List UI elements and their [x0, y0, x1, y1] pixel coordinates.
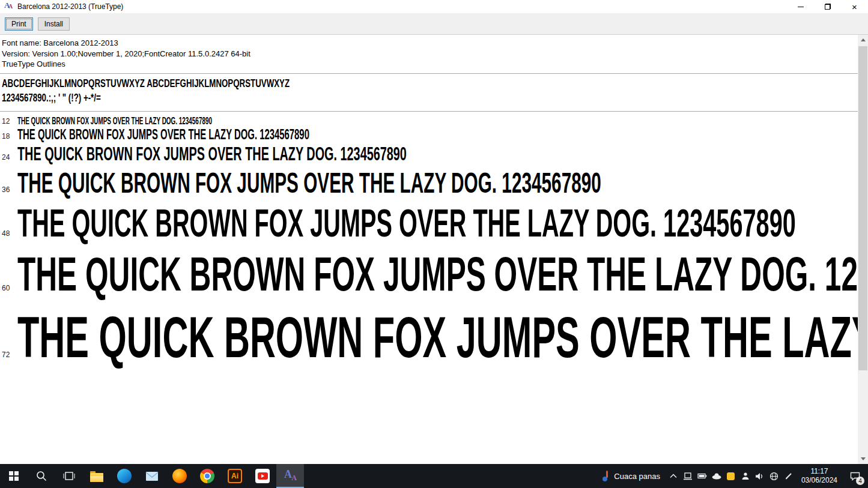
sample-text: THE QUICK BROWN FOX JUMPS OVER THE LAZY … [17, 116, 212, 127]
start-button[interactable] [0, 464, 28, 488]
clock-date: 03/06/2024 [801, 476, 837, 485]
firefox-icon [172, 469, 187, 483]
tray-network-button[interactable] [767, 464, 782, 488]
taskbar-right: Cuaca panas [596, 464, 868, 488]
edge-icon [117, 469, 132, 483]
sample-row-72: 72 THE QUICK BROWN FOX JUMPS OVER THE LA… [2, 306, 858, 369]
clock-time: 11:17 [810, 467, 828, 476]
sample-text: THE QUICK BROWN FOX JUMPS OVER THE LAZY … [17, 202, 796, 244]
font-version-line: Version: Version 1.00;November 1, 2020;F… [2, 49, 858, 59]
battery-icon [697, 473, 707, 479]
toolbar: Print Install [0, 13, 868, 35]
size-samples: 12 THE QUICK BROWN FOX JUMPS OVER THE LA… [2, 112, 858, 369]
titlebar: AA Barcelona 2012-2013 (TrueType) × [0, 0, 868, 13]
show-hidden-icons-button[interactable] [666, 464, 681, 488]
notification-badge: 4 [856, 477, 864, 485]
tray-laptop-icon[interactable] [681, 464, 695, 488]
volume-icon [755, 472, 764, 480]
taskbar-app-firefox[interactable] [166, 464, 193, 488]
weather-label: Cuaca panas [614, 472, 660, 481]
tray-volume-button[interactable] [753, 464, 767, 488]
cloud-icon [711, 472, 722, 480]
tray-cloud-icon[interactable] [709, 464, 724, 488]
task-view-button[interactable] [55, 464, 83, 488]
minimize-button[interactable] [787, 0, 814, 13]
window-controls: × [787, 0, 868, 13]
taskbar-app-illustrator[interactable]: Ai [221, 464, 249, 488]
tray-battery-icon[interactable] [695, 464, 709, 488]
scroll-up-icon [861, 38, 866, 41]
install-button[interactable]: Install [38, 17, 70, 31]
windows-ink-pen-icon [785, 472, 793, 480]
close-button[interactable]: × [841, 0, 868, 13]
mail-icon [145, 471, 159, 481]
print-button[interactable]: Print [5, 17, 33, 31]
font-file-icon: AA [4, 2, 14, 11]
task-view-icon [63, 471, 75, 481]
restore-button[interactable] [814, 0, 841, 13]
close-icon: × [852, 2, 857, 11]
sample-row-36: 36 THE QUICK BROWN FOX JUMPS OVER THE LA… [2, 167, 858, 199]
illustrator-icon: Ai [228, 469, 242, 483]
vertical-scrollbar[interactable] [858, 35, 868, 464]
taskbar-clock[interactable]: 11:17 03/06/2024 [796, 464, 843, 488]
charset-uppercase: ABCDEFGHIJKLMNOPQRSTUVWXYZ ABCDEFGHIJKLM… [2, 76, 290, 91]
taskbar: Ai AA Cuaca panas [0, 464, 868, 488]
sample-size-label: 36 [2, 185, 17, 194]
sample-row-60: 60 THE QUICK BROWN FOX JUMPS OVER THE LA… [2, 248, 858, 301]
sample-row-18: 18 THE QUICK BROWN FOX JUMPS OVER THE LA… [2, 127, 858, 142]
scroll-down-icon [861, 457, 866, 460]
taskbar-app-edge[interactable] [111, 464, 138, 488]
charset-symbols: 1234567890.:,; ' " (!?) +-*/= [2, 91, 101, 105]
taskbar-app-mail[interactable] [138, 464, 166, 488]
scroll-down-button[interactable] [858, 454, 868, 464]
weather-widget[interactable]: Cuaca panas [596, 464, 666, 488]
sample-text: THE QUICK BROWN FOX JUMPS OVER THE LAZY … [17, 143, 407, 164]
thermometer-icon [602, 471, 610, 481]
sample-row-12: 12 THE QUICK BROWN FOX JUMPS OVER THE LA… [2, 116, 858, 127]
font-viewer-window: AA Barcelona 2012-2013 (TrueType) × Prin… [0, 0, 868, 488]
chevron-up-icon [670, 474, 677, 478]
taskbar-app-youtube[interactable] [249, 464, 276, 488]
sample-text: THE QUICK BROWN FOX JUMPS OVER THE LAZY … [17, 248, 858, 301]
font-outline-line: TrueType Outlines [2, 59, 858, 70]
tray-pen-button[interactable] [782, 464, 796, 488]
sample-size-label: 18 [2, 132, 17, 140]
minimize-icon [798, 7, 804, 7]
sample-text: THE QUICK BROWN FOX JUMPS OVER THE LAZY … [17, 306, 858, 369]
taskbar-app-file-explorer[interactable] [83, 464, 111, 488]
windows-logo-icon [9, 471, 19, 481]
font-name-line: Font name: Barcelona 2012-2013 [2, 38, 858, 49]
scroll-up-button[interactable] [858, 35, 868, 45]
sample-size-label: 24 [2, 153, 17, 161]
search-icon [35, 470, 47, 482]
font-viewer-icon: AA [283, 468, 297, 483]
sample-row-48: 48 THE QUICK BROWN FOX JUMPS OVER THE LA… [2, 202, 858, 244]
action-center-button[interactable]: 4 [843, 464, 867, 488]
restore-icon [825, 4, 831, 10]
sample-text: THE QUICK BROWN FOX JUMPS OVER THE LAZY … [17, 167, 601, 199]
tray-color-app-icon[interactable] [724, 464, 738, 488]
network-globe-icon [769, 472, 778, 481]
laptop-icon [683, 472, 693, 480]
sample-text: THE QUICK BROWN FOX JUMPS OVER THE LAZY … [17, 127, 309, 142]
chrome-icon [200, 469, 214, 483]
sample-row-24: 24 THE QUICK BROWN FOX JUMPS OVER THE LA… [2, 143, 858, 164]
window-title: Barcelona 2012-2013 (TrueType) [17, 2, 123, 11]
taskbar-left: Ai AA [0, 464, 304, 488]
sample-size-label: 48 [2, 229, 17, 238]
font-preview-area: Font name: Barcelona 2012-2013 Version: … [0, 35, 858, 464]
taskbar-app-font-viewer-active[interactable]: AA [276, 464, 304, 488]
contacts-icon [741, 472, 750, 480]
sample-size-label: 72 [2, 351, 17, 359]
scrollbar-thumb[interactable] [858, 46, 867, 370]
yellow-app-icon [727, 472, 735, 480]
search-button[interactable] [28, 464, 55, 488]
youtube-icon [255, 469, 270, 483]
tray-contacts-icon[interactable] [738, 464, 753, 488]
charset-block: ABCDEFGHIJKLMNOPQRSTUVWXYZ ABCDEFGHIJKLM… [2, 74, 858, 107]
file-explorer-icon [90, 473, 103, 482]
sample-size-label: 60 [2, 284, 17, 292]
taskbar-app-chrome[interactable] [193, 464, 221, 488]
sample-size-label: 12 [2, 117, 17, 125]
